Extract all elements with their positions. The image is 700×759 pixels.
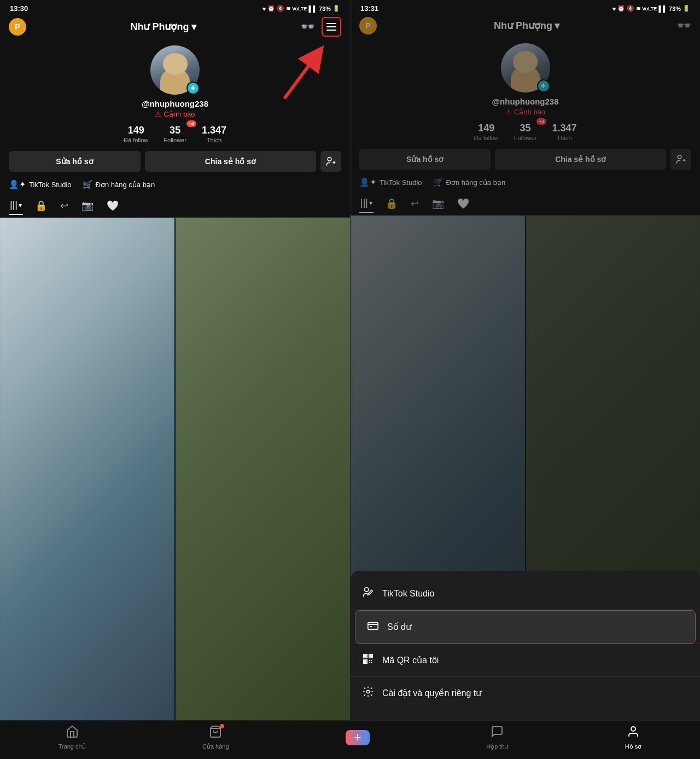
svg-point-16 [366, 690, 370, 693]
time-right: 13:31 [360, 4, 378, 13]
sheet-label-settings: Cài đặt và quyền riêng tư [382, 688, 481, 698]
handle-left: @nhuphuong238 [142, 99, 208, 108]
avatar-small-right: P [359, 17, 377, 34]
orders-left[interactable]: 🛒 Đơn hàng của bạn [83, 179, 155, 189]
warning-badge-left: ⚠ Cảnh báo [155, 110, 195, 118]
share-profile-button-right[interactable]: Chia sẻ hồ sơ [495, 149, 666, 170]
svg-rect-9 [368, 623, 378, 630]
tab-videos-left[interactable]: |||▾ [9, 196, 23, 215]
svg-rect-13 [365, 656, 366, 657]
warning-badge-right: ⚠ Cảnh báo [505, 108, 545, 116]
avatar-small-left: P [9, 18, 26, 36]
nav-shop-wrap [209, 725, 222, 741]
sheet-label-studio: TikTok Studio [382, 589, 434, 599]
orders-right[interactable]: 🛒 Đơn hàng của bạn [433, 177, 506, 187]
svg-point-8 [365, 588, 369, 592]
nav-right-right: 👓 [676, 19, 691, 33]
nav-profile[interactable]: Hồ sơ [625, 725, 642, 750]
dropdown-icon-left: ▾ [191, 21, 196, 33]
nav-home-label: Trang chủ [59, 743, 86, 750]
sheet-label-balance: Số dư [387, 622, 411, 632]
nav-home[interactable]: Trang chủ [59, 725, 86, 750]
tab-videos-right[interactable]: |||▾ [359, 194, 374, 213]
nav-inbox[interactable]: Hộp thư [486, 725, 508, 750]
glasses-icon-right[interactable]: 👓 [676, 19, 691, 33]
menu-button-left[interactable] [322, 17, 341, 37]
nav-shop[interactable]: Cửa hàng [202, 725, 229, 750]
svg-point-2 [328, 158, 331, 161]
sheet-label-qr: Mã QR của tôi [382, 655, 439, 665]
stat-likes-right: 1.347 Thích [552, 123, 576, 141]
bottom-sheet: TikTok Studio Số dư [351, 571, 700, 720]
qr-icon [361, 653, 375, 668]
create-icon[interactable]: + [346, 730, 370, 745]
tab-liked-left[interactable]: 🤍 [106, 196, 120, 215]
tiktok-studio-right[interactable]: 👤✦ TikTok Studio [359, 177, 422, 187]
sheet-item-qr[interactable]: Mã QR của tôi [351, 644, 700, 676]
stat-follower-right: +4 35 Follower [514, 123, 537, 141]
tab-liked-right[interactable]: 🤍 [456, 194, 470, 213]
nav-shop-label: Cửa hàng [202, 743, 229, 750]
nav-create[interactable]: + [346, 730, 370, 745]
username-nav-right[interactable]: Như Phượng ▾ [494, 20, 559, 32]
shop-icon [209, 727, 222, 741]
stat-likes-left: 1.347 Thích [202, 125, 226, 143]
balance-icon [366, 619, 380, 634]
tab-private-right[interactable]: 🔒 [384, 194, 399, 213]
add-friend-button-left[interactable] [320, 151, 341, 172]
sheet-item-settings[interactable]: Cài đặt và quyền riêng tư [351, 677, 700, 709]
grid-item-2-left [176, 218, 350, 720]
glasses-icon-left[interactable]: 👓 [300, 20, 315, 34]
username-nav-left[interactable]: Như Phượng ▾ [131, 21, 196, 33]
studio-icon [361, 586, 375, 601]
grid-item-1-left [0, 218, 174, 720]
sheet-item-studio[interactable]: TikTok Studio [351, 577, 700, 610]
inbox-icon [491, 725, 504, 741]
tab-repost-right[interactable]: ↩ [410, 194, 420, 213]
edit-profile-button-right[interactable]: Sửa hồ sơ [359, 149, 491, 170]
promo-row-left: 👤✦ TikTok Studio 🛒 Đơn hàng của bạn [0, 175, 350, 194]
svg-rect-14 [370, 656, 372, 657]
share-profile-button-left[interactable]: Chia sẻ hồ sơ [145, 151, 316, 172]
avatar-wrap-right: + [501, 43, 550, 92]
content-tabs-right: |||▾ 🔒 ↩ 📷 🤍 [351, 192, 700, 216]
tab-tagged-right[interactable]: 📷 [431, 194, 445, 213]
content-tabs-left: |||▾ 🔒 ↩ 📷 🤍 [0, 194, 350, 218]
tab-repost-left[interactable]: ↩ [59, 196, 69, 215]
stats-row-left: 149 Đã follow +4 35 Follower 1.347 Thích [0, 118, 350, 148]
add-friend-button-right[interactable] [670, 149, 691, 170]
tab-tagged-left[interactable]: 📷 [80, 196, 95, 215]
status-bar-right: 13:31 ♥⏰🔇≋ VoLTE ▌▌73%🔋 [351, 0, 700, 15]
handle-right: @nhuphuong238 [492, 97, 558, 106]
nav-inbox-label: Hộp thư [486, 743, 508, 750]
avatar-wrap-left: + [150, 45, 200, 95]
top-nav-left: P Như Phượng ▾ 👓 [0, 15, 350, 41]
nav-right-left: 👓 [300, 17, 341, 37]
time-left: 13:30 [10, 4, 28, 13]
top-nav-right: P Như Phượng ▾ 👓 [351, 15, 700, 39]
status-icons-left: ♥⏰🔇≋ VoLTE ▌▌73%🔋 [262, 5, 340, 12]
status-icons-right: ♥⏰🔇≋ VoLTE ▌▌73%🔋 [612, 5, 690, 12]
svg-rect-15 [365, 661, 366, 663]
tab-private-left[interactable]: 🔒 [34, 196, 48, 215]
add-avatar-button-left[interactable]: + [186, 82, 200, 95]
right-screen: 13:31 ♥⏰🔇≋ VoLTE ▌▌73%🔋 P Như Phượng ▾ 👓… [350, 0, 700, 720]
dropdown-icon-right: ▾ [555, 20, 559, 32]
status-bar-left: 13:30 ♥⏰🔇≋ VoLTE ▌▌73%🔋 [0, 0, 350, 15]
action-buttons-left: Sửa hồ sơ Chia sẻ hồ sơ [0, 148, 350, 175]
left-screen: 13:30 ♥⏰🔇≋ VoLTE ▌▌73%🔋 P Như Phượng ▾ 👓 [0, 0, 350, 720]
action-buttons-right: Sửa hồ sơ Chia sẻ hồ sơ [351, 146, 700, 173]
edit-profile-button-left[interactable]: Sửa hồ sơ [9, 151, 141, 172]
home-icon [66, 725, 79, 741]
svg-point-5 [678, 155, 681, 159]
tiktok-studio-left[interactable]: 👤✦ TikTok Studio [9, 179, 72, 189]
stats-row-right: 149 Đã follow +4 35 Follower 1.347 Thích [351, 116, 700, 146]
add-avatar-button-right[interactable]: + [537, 79, 550, 92]
content-grid-left [0, 218, 350, 720]
profile-icon [627, 725, 640, 741]
svg-point-18 [631, 727, 635, 731]
shop-notification-dot [220, 724, 224, 728]
sheet-item-balance[interactable]: Số dư [355, 610, 696, 644]
settings-icon [361, 686, 375, 700]
profile-section-left: + @nhuphuong238 ⚠ Cảnh báo [0, 41, 350, 118]
